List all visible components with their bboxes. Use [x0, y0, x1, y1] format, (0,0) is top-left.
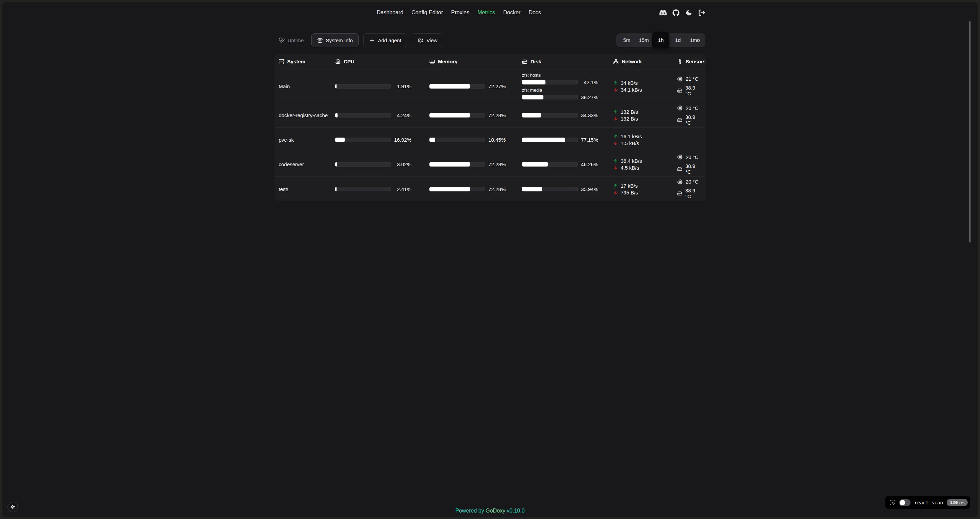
uptime-label: Uptime: [288, 37, 304, 43]
add-agent-label: Add agent: [378, 37, 401, 43]
memory-usage-bar: [430, 162, 485, 166]
main-content: Uptime System Info Add agent View 5m15m1…: [275, 34, 490, 201]
cpu-usage-bar-fill: [335, 162, 337, 166]
memory-usage-bar: [430, 84, 485, 89]
memory-usage-bar-fill: [430, 187, 470, 192]
cpu-usage-value: 2.41%: [391, 186, 411, 192]
systems-metrics-table: SystemCPUMemoryDiskNetworkSensors Main1.…: [275, 54, 490, 201]
cpu-usage-bar: [335, 162, 391, 166]
memory-usage-value: 10.45%: [485, 137, 490, 143]
system-name: codeserver: [279, 161, 335, 167]
plus-icon: [369, 37, 375, 43]
table-header: SystemCPUMemoryDiskNetworkSensors: [275, 54, 490, 69]
memory-usage-value: 72.28%: [485, 186, 490, 192]
nav-item-dashboard[interactable]: Dashboard: [377, 10, 403, 16]
cpu-usage-bar: [335, 113, 391, 118]
cpu-usage: 3.02%: [335, 161, 430, 167]
add-agent-button[interactable]: Add agent: [363, 34, 407, 47]
column-header-cpu: CPU: [335, 59, 430, 64]
memory-usage-bar-fill: [430, 162, 470, 166]
system-name: pve-sk: [279, 137, 335, 143]
memory-usage-value: 72.28%: [485, 112, 490, 118]
memory-icon: [430, 59, 435, 64]
cpu-usage-value: 3.02%: [391, 161, 411, 167]
cpu-icon: [335, 59, 340, 64]
main-nav: DashboardConfig EditorProxiesMetricsDock…: [377, 10, 490, 16]
view-label: View: [426, 37, 437, 43]
table-row-test: test!2.41%72.28%35.94%17 kB/s795 B/s20 °…: [275, 177, 490, 201]
cpu-usage: 4.24%: [335, 112, 430, 118]
cpu-usage-value: 4.24%: [391, 112, 411, 118]
memory-usage-bar: [430, 137, 485, 142]
cpu-usage-bar-fill: [335, 113, 337, 118]
memory-usage: 10.45%: [430, 137, 490, 143]
cpu-usage-bar-fill: [335, 137, 345, 142]
system-name: test!: [279, 186, 335, 192]
cpu-usage-value: 1.91%: [391, 83, 411, 89]
cpu-usage-bar-fill: [335, 187, 337, 192]
top-navigation-bar: DashboardConfig EditorProxiesMetricsDock…: [275, 2, 490, 21]
memory-usage-bar-fill: [430, 113, 470, 118]
column-label-memory: Memory: [438, 59, 458, 64]
column-header-memory: Memory: [430, 59, 490, 64]
nav-item-proxies[interactable]: Proxies: [451, 10, 469, 16]
nav-item-metrics[interactable]: Metrics: [477, 10, 490, 16]
column-label-cpu: CPU: [344, 59, 355, 64]
table-row-codeserver: codeserver3.02%72.28%46.26%36.4 kB/s4.5 …: [275, 152, 490, 177]
memory-usage: 72.28%: [430, 186, 490, 192]
cpu-icon: [317, 37, 323, 43]
view-button[interactable]: View: [412, 34, 443, 47]
nav-item-config-editor[interactable]: Config Editor: [411, 10, 443, 16]
cpu-usage-value: 16.92%: [391, 137, 411, 143]
app-panel: DashboardConfig EditorProxiesMetricsDock…: [2, 2, 490, 260]
cpu-usage-bar: [335, 187, 391, 192]
column-header-system: System: [279, 59, 335, 64]
table-row-pve-sk: pve-sk16.92%10.45%77.15%16.1 kB/s1.5 kB/…: [275, 128, 490, 152]
heart-pulse-icon: [279, 37, 285, 43]
cpu-usage: 2.41%: [335, 186, 430, 192]
memory-usage-value: 72.28%: [485, 161, 490, 167]
memory-usage-value: 72.27%: [485, 83, 490, 89]
memory-usage: 72.28%: [430, 161, 490, 167]
cpu-usage: 1.91%: [335, 83, 430, 89]
system-info-label: System Info: [326, 37, 353, 43]
column-label-system: System: [287, 59, 305, 64]
cpu-usage-bar-fill: [335, 84, 337, 89]
cpu-usage: 16.92%: [335, 137, 430, 143]
table-row-docker-registry-cache: docker-registry-cache4.24%72.28%34.33%13…: [275, 103, 490, 128]
cpu-usage-bar: [335, 137, 391, 142]
table-body: Main1.91%72.27%zfs: hosts42.1%zfs: media…: [275, 69, 490, 201]
server-icon: [279, 59, 284, 64]
uptime-tab[interactable]: Uptime: [275, 37, 307, 43]
memory-usage-bar: [430, 113, 485, 118]
system-name: docker-registry-cache: [279, 112, 335, 118]
memory-usage: 72.27%: [430, 83, 490, 89]
memory-usage: 72.28%: [430, 112, 490, 118]
cpu-usage-bar: [335, 84, 391, 89]
memory-usage-bar-fill: [430, 84, 470, 89]
gear-icon: [417, 37, 423, 43]
system-name: Main: [279, 83, 335, 89]
table-row-main: Main1.91%72.27%zfs: hosts42.1%zfs: media…: [275, 69, 490, 103]
memory-usage-bar: [430, 187, 485, 192]
metrics-toolbar: Uptime System Info Add agent View 5m15m1…: [275, 34, 490, 47]
memory-usage-bar-fill: [430, 137, 435, 142]
system-info-button[interactable]: System Info: [311, 34, 359, 47]
